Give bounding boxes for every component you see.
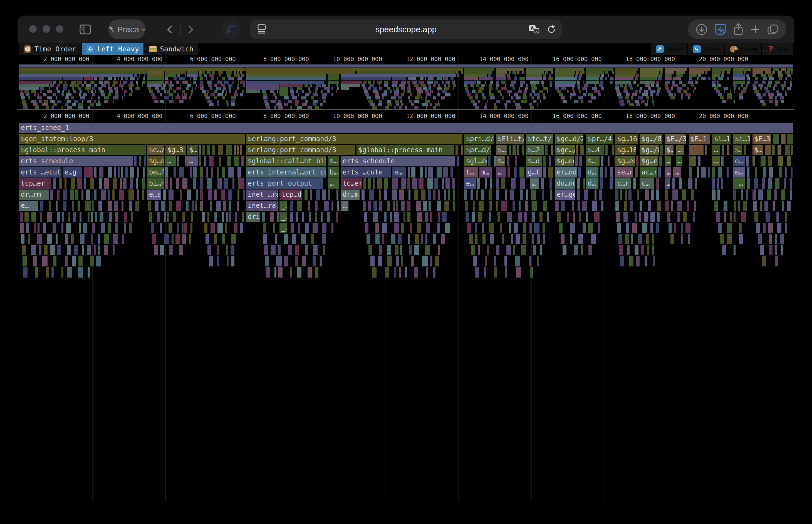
flame-frame[interactable]	[98, 201, 102, 211]
flame-frame[interactable]	[295, 256, 298, 266]
flame-frame[interactable]	[519, 201, 521, 211]
flame-frame[interactable]	[410, 223, 412, 233]
flame-frame[interactable]	[95, 212, 97, 222]
flame-frame[interactable]: $gen_statem:loop/3	[19, 134, 245, 144]
flame-frame[interactable]	[151, 223, 154, 233]
flame-frame[interactable]	[50, 245, 55, 255]
flame-frame[interactable]	[302, 212, 304, 222]
flame-frame[interactable]	[87, 212, 90, 222]
flame-frame[interactable]	[396, 256, 399, 266]
flame-frame[interactable]: e…	[733, 167, 745, 178]
flame-frame[interactable]	[297, 267, 301, 278]
flame-frame[interactable]: g…t	[526, 167, 542, 178]
flame-frame[interactable]	[182, 212, 185, 222]
flame-frame[interactable]	[490, 201, 492, 211]
flame-frame[interactable]	[570, 223, 575, 233]
flame-frame[interactable]	[179, 167, 185, 178]
tab-time-order[interactable]: Time Order	[19, 43, 81, 55]
flame-frame[interactable]	[791, 145, 793, 155]
flame-frame[interactable]	[208, 190, 212, 200]
flame-frame[interactable]	[677, 201, 682, 211]
flame-frame[interactable]	[456, 145, 458, 155]
flame-frame[interactable]	[562, 245, 567, 255]
flame-frame[interactable]	[320, 256, 322, 266]
flame-frame[interactable]	[730, 212, 732, 222]
flame-frame[interactable]	[426, 234, 427, 244]
flame-frame[interactable]	[628, 190, 632, 200]
flame-frame[interactable]: $…2	[526, 145, 544, 155]
flame-frame[interactable]	[754, 178, 758, 189]
flame-frame[interactable]	[292, 234, 297, 244]
flame-frame[interactable]: erts_…ecute	[19, 167, 62, 178]
flame-frame[interactable]: tcp…er	[19, 178, 51, 189]
flame-frame[interactable]: $…	[496, 156, 505, 166]
flame-frame[interactable]: $te…t/1	[526, 134, 553, 144]
flame-frame[interactable]: do…nd	[555, 178, 575, 189]
flame-frame[interactable]	[227, 156, 231, 166]
flame-frame[interactable]	[101, 223, 105, 233]
flame-frame[interactable]	[108, 223, 111, 233]
flame-frame[interactable]	[693, 212, 695, 222]
flame-frame[interactable]	[92, 223, 95, 233]
flame-frame[interactable]	[780, 234, 784, 244]
flame-frame[interactable]	[443, 167, 447, 178]
flame-frame[interactable]	[644, 212, 648, 222]
flame-frame[interactable]	[651, 190, 654, 200]
flame-frame[interactable]	[154, 245, 158, 255]
flame-frame[interactable]	[635, 245, 638, 255]
flame-frame[interactable]	[763, 223, 766, 233]
flame-frame[interactable]	[508, 167, 510, 178]
flame-frame[interactable]	[616, 201, 619, 211]
flame-frame[interactable]	[211, 167, 213, 178]
flame-frame[interactable]	[754, 212, 758, 222]
flame-frame[interactable]	[226, 212, 228, 222]
flame-frame[interactable]	[515, 256, 520, 266]
flame-frame[interactable]	[762, 256, 766, 266]
extension-m-icon[interactable]: M	[714, 23, 726, 36]
flame-frame[interactable]	[767, 190, 771, 200]
flame-frame[interactable]	[274, 267, 276, 278]
flame-frame[interactable]: _…	[733, 178, 745, 189]
fullscreen-button[interactable]	[56, 25, 63, 33]
flame-frame[interactable]	[214, 234, 217, 244]
flame-frame[interactable]	[636, 156, 638, 166]
flame-frame[interactable]	[757, 223, 760, 233]
flame-frame[interactable]	[784, 178, 786, 189]
flame-frame[interactable]	[98, 245, 100, 255]
flame-frame[interactable]	[40, 201, 43, 211]
flame-frame[interactable]	[598, 223, 600, 233]
flame-frame[interactable]	[657, 201, 660, 211]
flame-frame[interactable]	[777, 223, 782, 233]
flame-frame[interactable]	[734, 212, 735, 222]
flame-frame[interactable]	[511, 234, 513, 244]
flame-frame[interactable]	[209, 156, 213, 166]
flame-frame[interactable]: $g…/8	[640, 145, 659, 155]
flame-frame[interactable]	[234, 156, 239, 166]
flame-frame[interactable]	[747, 178, 750, 189]
flame-frame[interactable]	[231, 234, 236, 244]
flame-frame[interactable]: …	[712, 156, 720, 166]
flame-frame[interactable]	[409, 190, 411, 200]
flame-frame[interactable]	[238, 178, 240, 189]
flame-frame[interactable]	[760, 245, 764, 255]
flame-frame[interactable]: inet…ra.0	[246, 201, 278, 211]
flame-frame[interactable]	[473, 201, 475, 211]
flame-frame[interactable]	[501, 178, 505, 189]
flame-frame[interactable]: erts_port_output	[246, 178, 323, 189]
flame-frame[interactable]: $g…3	[165, 145, 186, 155]
flame-frame[interactable]	[575, 156, 578, 166]
flame-frame[interactable]	[579, 156, 582, 166]
flame-frame[interactable]: erts_internal…ort_command_3	[246, 167, 326, 178]
minimap-viewport-indicator[interactable]	[17, 110, 795, 110]
flame-frame[interactable]	[169, 223, 172, 233]
flame-frame[interactable]	[66, 223, 71, 233]
flame-frame[interactable]	[533, 245, 536, 255]
flame-frame[interactable]	[582, 201, 587, 211]
flame-frame[interactable]	[85, 201, 91, 211]
flame-frame[interactable]	[769, 245, 773, 255]
flame-frame[interactable]: er…nd	[555, 167, 577, 178]
flame-frame[interactable]	[234, 145, 236, 155]
flame-frame[interactable]	[305, 245, 308, 255]
flame-frame[interactable]	[78, 256, 83, 266]
flame-frame[interactable]	[332, 201, 333, 211]
